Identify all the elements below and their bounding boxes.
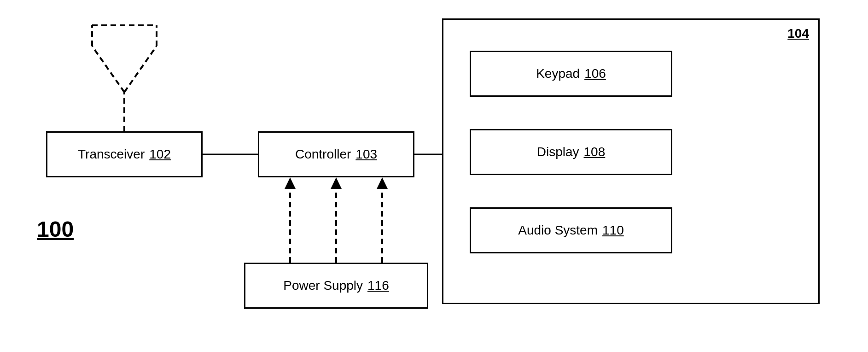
controller-ref: 103 (355, 147, 377, 162)
keypad-ref: 106 (584, 66, 606, 81)
audio-system-text: Audio System (518, 223, 598, 238)
transceiver-ref: 102 (149, 147, 171, 162)
display-box: Display 108 (470, 129, 672, 175)
controller-text: Controller (295, 147, 351, 162)
audio-system-box: Audio System 110 (470, 207, 672, 253)
controller-label: Controller 103 (295, 147, 377, 162)
keypad-label: Keypad 106 (536, 66, 606, 81)
keypad-box: Keypad 106 (470, 51, 672, 97)
svg-marker-14 (285, 177, 296, 189)
svg-marker-18 (377, 177, 388, 189)
display-label: Display 108 (537, 145, 606, 159)
display-text: Display (537, 145, 579, 159)
container-ref-label: 104 (787, 24, 809, 41)
display-ref: 108 (584, 145, 606, 159)
diagram-container: Transceiver 102 Controller 103 104 Keypa… (0, 0, 868, 352)
power-supply-ref: 116 (367, 278, 389, 293)
svg-marker-16 (331, 177, 342, 189)
keypad-text: Keypad (536, 66, 580, 81)
controller-box: Controller 103 (258, 131, 414, 177)
svg-line-1 (92, 46, 124, 92)
audio-system-ref: 110 (602, 223, 624, 238)
diagram-ref-100: 100 (37, 217, 74, 241)
audio-system-label: Audio System 110 (518, 223, 623, 238)
power-supply-label: Power Supply 116 (283, 278, 389, 293)
transceiver-text: Transceiver (78, 147, 145, 162)
svg-line-2 (124, 46, 157, 92)
transceiver-label: Transceiver 102 (78, 147, 171, 162)
container-ref: 104 (787, 26, 809, 41)
transceiver-box: Transceiver 102 (46, 131, 203, 177)
power-supply-box: Power Supply 116 (244, 263, 428, 309)
power-supply-text: Power Supply (283, 278, 363, 293)
diagram-label-100: 100 (37, 217, 74, 242)
